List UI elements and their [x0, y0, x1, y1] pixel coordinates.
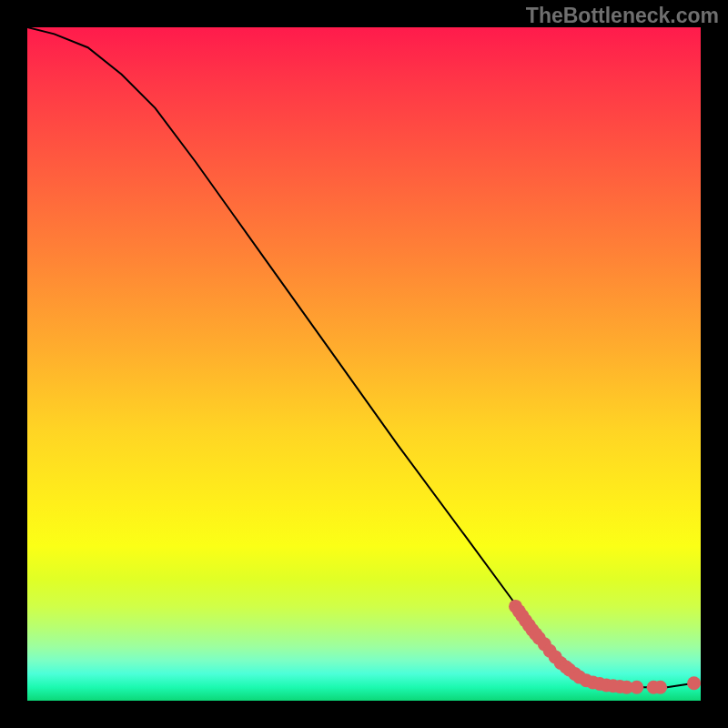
data-point	[653, 681, 667, 694]
chart-overlay	[27, 27, 701, 701]
data-point	[687, 676, 701, 690]
plot-area	[27, 27, 701, 701]
curve-line	[27, 27, 694, 687]
watermark-text: TheBottleneck.com	[526, 4, 719, 28]
data-point	[630, 681, 643, 694]
data-points	[509, 600, 701, 694]
chart-frame: TheBottleneck.com	[0, 0, 728, 728]
